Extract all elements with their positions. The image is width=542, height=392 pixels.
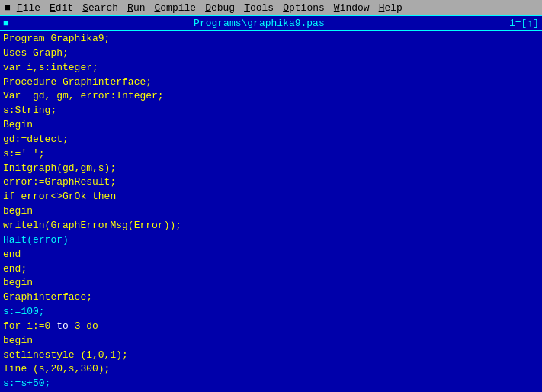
menu-bar: ■ File Edit Search Run Compile Debug Too… xyxy=(0,0,542,15)
code-line-16: end xyxy=(3,248,539,262)
menu-item-run[interactable]: Run xyxy=(123,0,149,15)
code-line-18: begin xyxy=(3,276,539,291)
code-line-4: Procedure Graphinterface; xyxy=(3,76,539,90)
menu-item-file[interactable]: File xyxy=(12,0,45,15)
menu-item-compile[interactable]: Compile xyxy=(150,0,201,15)
code-line-15: Halt(error) xyxy=(3,233,539,248)
code-editor[interactable]: Program Graphika9; Uses Graph; var i,s:i… xyxy=(0,31,542,392)
menu-item-debug[interactable]: Debug xyxy=(200,0,239,15)
code-line-22: begin xyxy=(3,334,539,349)
code-line-11: error:=GraphResult; xyxy=(3,175,539,190)
code-line-12: if error<>GrOk then xyxy=(3,190,539,204)
code-line-3: var i,s:integer; xyxy=(3,61,539,76)
file-title: Programs\graphika9.pas xyxy=(194,18,325,29)
menu-item-window[interactable]: Window xyxy=(329,0,374,15)
code-line-17: end; xyxy=(3,262,539,277)
code-line-5: Var gd, gm, error:Integer; xyxy=(3,89,539,104)
code-line-13: begin xyxy=(3,204,539,219)
code-line-25: s:=s+50; xyxy=(3,377,539,391)
line-col-indicator: 1=[↑] xyxy=(509,18,539,29)
code-line-2: Uses Graph; xyxy=(3,47,539,61)
code-line-1: Program Graphika9; xyxy=(3,32,539,47)
menu-item-help[interactable]: Help xyxy=(374,0,407,15)
menu-item-options[interactable]: Options xyxy=(278,0,329,15)
code-line-8: gd:=detect; xyxy=(3,133,539,147)
code-line-19: Graphinterface; xyxy=(3,291,539,305)
code-line-21: for i:=0 to 3 do xyxy=(3,320,539,334)
menu-item-tools[interactable]: Tools xyxy=(239,0,278,15)
code-line-24: line (s,20,s,300); xyxy=(3,362,539,377)
code-line-20: s:=100; xyxy=(3,305,539,320)
menu-bracket: ■ xyxy=(3,2,12,14)
code-line-23: setlinestyle (i,0,1); xyxy=(3,349,539,363)
code-line-10: Initgraph(gd,gm,s); xyxy=(3,162,539,176)
title-bar: ■ Programs\graphika9.pas 1=[↑] xyxy=(0,15,542,31)
title-left-bracket: ■ xyxy=(3,18,9,29)
menu-item-search[interactable]: Search xyxy=(78,0,123,15)
code-line-14: writeln(GraphErrorMsg(Error)); xyxy=(3,219,539,233)
code-line-7: Begin xyxy=(3,118,539,133)
code-line-6: s:String; xyxy=(3,104,539,118)
menu-item-edit[interactable]: Edit xyxy=(45,0,78,15)
code-line-9: s:=' '; xyxy=(3,147,539,162)
